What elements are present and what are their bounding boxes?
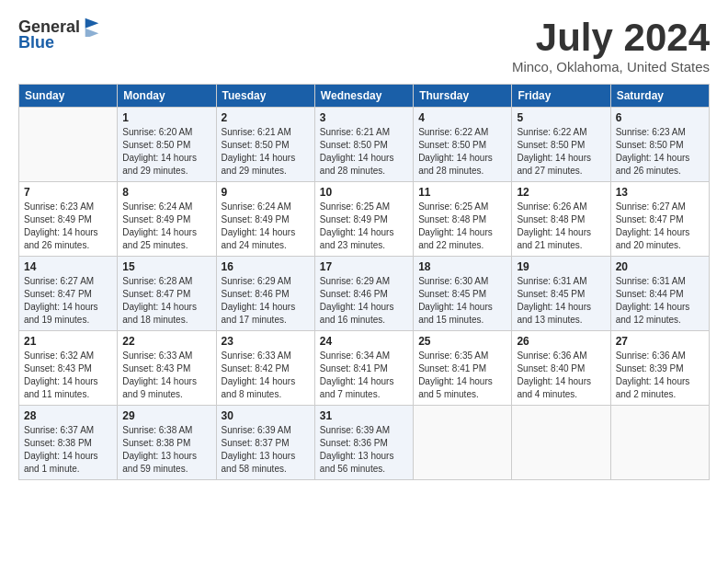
day-info: Sunrise: 6:20 AM Sunset: 8:50 PM Dayligh… (122, 126, 210, 178)
day-info: Sunrise: 6:34 AM Sunset: 8:41 PM Dayligh… (320, 350, 408, 401)
day-number: 10 (320, 186, 408, 199)
calendar-week-2: 7Sunrise: 6:23 AM Sunset: 8:49 PM Daylig… (19, 182, 710, 257)
calendar-week-5: 28Sunrise: 6:37 AM Sunset: 8:38 PM Dayli… (19, 406, 710, 480)
day-info: Sunrise: 6:32 AM Sunset: 8:43 PM Dayligh… (24, 350, 112, 401)
calendar-cell: 16Sunrise: 6:29 AM Sunset: 8:46 PM Dayli… (216, 257, 314, 331)
day-info: Sunrise: 6:22 AM Sunset: 8:50 PM Dayligh… (418, 126, 506, 178)
header-wednesday: Wednesday (314, 85, 413, 108)
day-number: 9 (222, 186, 310, 199)
day-info: Sunrise: 6:36 AM Sunset: 8:40 PM Dayligh… (517, 350, 605, 401)
calendar-cell: 18Sunrise: 6:30 AM Sunset: 8:45 PM Dayli… (414, 257, 512, 331)
header-tuesday: Tuesday (216, 85, 314, 108)
calendar-cell: 9Sunrise: 6:24 AM Sunset: 8:49 PM Daylig… (216, 182, 314, 257)
day-number: 3 (320, 111, 408, 124)
calendar-cell: 22Sunrise: 6:33 AM Sunset: 8:43 PM Dayli… (118, 331, 216, 406)
day-number: 27 (616, 335, 704, 348)
header: General Blue July 2024 Minco, Oklahoma, … (18, 17, 710, 75)
day-info: Sunrise: 6:31 AM Sunset: 8:45 PM Dayligh… (517, 275, 605, 327)
calendar-cell: 20Sunrise: 6:31 AM Sunset: 8:44 PM Dayli… (610, 257, 709, 331)
day-info: Sunrise: 6:33 AM Sunset: 8:43 PM Dayligh… (122, 350, 210, 401)
header-sunday: Sunday (19, 85, 118, 108)
calendar-cell: 8Sunrise: 6:24 AM Sunset: 8:49 PM Daylig… (118, 182, 216, 257)
day-number: 29 (122, 409, 210, 422)
calendar-cell: 4Sunrise: 6:22 AM Sunset: 8:50 PM Daylig… (414, 108, 512, 182)
header-monday: Monday (118, 85, 216, 108)
day-number: 21 (24, 335, 112, 348)
logo-flag-icon (82, 17, 102, 37)
calendar-cell (512, 406, 610, 480)
calendar-week-1: 1Sunrise: 6:20 AM Sunset: 8:50 PM Daylig… (19, 108, 710, 182)
day-info: Sunrise: 6:31 AM Sunset: 8:44 PM Dayligh… (616, 275, 704, 327)
calendar-cell: 29Sunrise: 6:38 AM Sunset: 8:38 PM Dayli… (118, 406, 216, 480)
calendar-cell: 30Sunrise: 6:39 AM Sunset: 8:37 PM Dayli… (216, 406, 314, 480)
day-info: Sunrise: 6:37 AM Sunset: 8:38 PM Dayligh… (24, 424, 112, 476)
day-number: 28 (24, 409, 112, 422)
header-friday: Friday (512, 85, 610, 108)
logo-blue: Blue (18, 33, 54, 52)
day-number: 13 (616, 186, 704, 199)
calendar-cell: 1Sunrise: 6:20 AM Sunset: 8:50 PM Daylig… (118, 108, 216, 182)
calendar-cell: 7Sunrise: 6:23 AM Sunset: 8:49 PM Daylig… (19, 182, 118, 257)
day-info: Sunrise: 6:22 AM Sunset: 8:50 PM Dayligh… (517, 126, 605, 178)
day-number: 2 (222, 111, 310, 124)
calendar-cell: 11Sunrise: 6:25 AM Sunset: 8:48 PM Dayli… (414, 182, 512, 257)
day-number: 5 (517, 111, 605, 124)
day-info: Sunrise: 6:21 AM Sunset: 8:50 PM Dayligh… (222, 126, 310, 178)
page: General Blue July 2024 Minco, Oklahoma, … (0, 0, 728, 489)
header-saturday: Saturday (610, 85, 709, 108)
day-info: Sunrise: 6:33 AM Sunset: 8:42 PM Dayligh… (222, 350, 310, 401)
calendar-week-3: 14Sunrise: 6:27 AM Sunset: 8:47 PM Dayli… (19, 257, 710, 331)
day-info: Sunrise: 6:23 AM Sunset: 8:49 PM Dayligh… (24, 201, 112, 252)
day-number: 19 (517, 260, 605, 273)
day-number: 12 (517, 186, 605, 199)
calendar-cell: 19Sunrise: 6:31 AM Sunset: 8:45 PM Dayli… (512, 257, 610, 331)
calendar-cell: 17Sunrise: 6:29 AM Sunset: 8:46 PM Dayli… (314, 257, 413, 331)
title-block: July 2024 Minco, Oklahoma, United States (512, 17, 710, 75)
calendar-cell: 26Sunrise: 6:36 AM Sunset: 8:40 PM Dayli… (512, 331, 610, 406)
day-number: 7 (24, 186, 112, 199)
day-info: Sunrise: 6:24 AM Sunset: 8:49 PM Dayligh… (222, 201, 310, 252)
day-info: Sunrise: 6:25 AM Sunset: 8:48 PM Dayligh… (418, 201, 506, 252)
day-info: Sunrise: 6:29 AM Sunset: 8:46 PM Dayligh… (320, 275, 408, 327)
calendar-cell: 24Sunrise: 6:34 AM Sunset: 8:41 PM Dayli… (314, 331, 413, 406)
day-info: Sunrise: 6:24 AM Sunset: 8:49 PM Dayligh… (122, 201, 210, 252)
logo: General Blue (18, 17, 102, 52)
day-info: Sunrise: 6:36 AM Sunset: 8:39 PM Dayligh… (616, 350, 704, 401)
calendar-cell: 12Sunrise: 6:26 AM Sunset: 8:48 PM Dayli… (512, 182, 610, 257)
calendar-body: 1Sunrise: 6:20 AM Sunset: 8:50 PM Daylig… (19, 108, 710, 480)
header-row: Sunday Monday Tuesday Wednesday Thursday… (19, 85, 710, 108)
calendar-header: Sunday Monday Tuesday Wednesday Thursday… (19, 85, 710, 108)
calendar-table: Sunday Monday Tuesday Wednesday Thursday… (18, 84, 710, 480)
day-number: 18 (418, 260, 506, 273)
day-number: 14 (24, 260, 112, 273)
calendar-cell: 10Sunrise: 6:25 AM Sunset: 8:49 PM Dayli… (314, 182, 413, 257)
day-info: Sunrise: 6:27 AM Sunset: 8:47 PM Dayligh… (24, 275, 112, 327)
day-info: Sunrise: 6:35 AM Sunset: 8:41 PM Dayligh… (418, 350, 506, 401)
day-number: 4 (418, 111, 506, 124)
calendar-cell: 3Sunrise: 6:21 AM Sunset: 8:50 PM Daylig… (314, 108, 413, 182)
calendar-cell: 5Sunrise: 6:22 AM Sunset: 8:50 PM Daylig… (512, 108, 610, 182)
day-info: Sunrise: 6:23 AM Sunset: 8:50 PM Dayligh… (616, 126, 704, 178)
day-number: 25 (418, 335, 506, 348)
day-number: 15 (122, 260, 210, 273)
day-info: Sunrise: 6:21 AM Sunset: 8:50 PM Dayligh… (320, 126, 408, 178)
calendar-cell: 23Sunrise: 6:33 AM Sunset: 8:42 PM Dayli… (216, 331, 314, 406)
location: Minco, Oklahoma, United States (512, 59, 710, 75)
day-number: 8 (122, 186, 210, 199)
day-info: Sunrise: 6:39 AM Sunset: 8:36 PM Dayligh… (320, 424, 408, 476)
day-number: 16 (222, 260, 310, 273)
svg-marker-0 (85, 18, 99, 29)
day-info: Sunrise: 6:26 AM Sunset: 8:48 PM Dayligh… (517, 201, 605, 252)
calendar-cell (19, 108, 118, 182)
day-info: Sunrise: 6:30 AM Sunset: 8:45 PM Dayligh… (418, 275, 506, 327)
day-number: 30 (222, 409, 310, 422)
day-number: 1 (122, 111, 210, 124)
day-info: Sunrise: 6:29 AM Sunset: 8:46 PM Dayligh… (222, 275, 310, 327)
calendar-cell: 27Sunrise: 6:36 AM Sunset: 8:39 PM Dayli… (610, 331, 709, 406)
day-info: Sunrise: 6:27 AM Sunset: 8:47 PM Dayligh… (616, 201, 704, 252)
day-number: 26 (517, 335, 605, 348)
header-thursday: Thursday (414, 85, 512, 108)
calendar-cell: 28Sunrise: 6:37 AM Sunset: 8:38 PM Dayli… (19, 406, 118, 480)
day-number: 20 (616, 260, 704, 273)
day-info: Sunrise: 6:39 AM Sunset: 8:37 PM Dayligh… (222, 424, 310, 476)
